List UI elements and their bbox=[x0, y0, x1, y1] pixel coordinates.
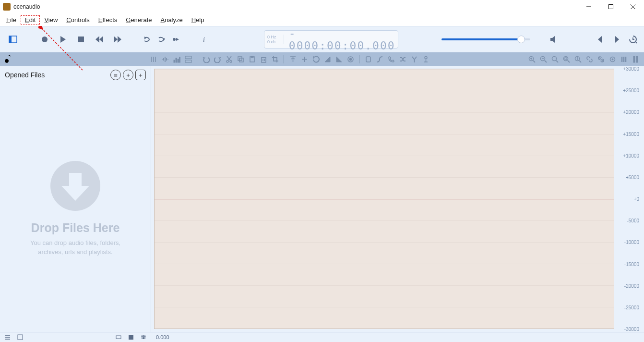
gain-icon[interactable] bbox=[345, 53, 356, 65]
download-arrow-icon bbox=[49, 159, 102, 212]
ruler-label: -20000 bbox=[624, 283, 639, 288]
revert-icon[interactable] bbox=[310, 53, 322, 65]
svg-rect-3 bbox=[9, 36, 12, 43]
svg-point-14 bbox=[227, 61, 228, 62]
svg-rect-23 bbox=[366, 57, 370, 62]
align-center-icon[interactable] bbox=[298, 53, 310, 65]
svg-rect-17 bbox=[239, 58, 243, 62]
menu-help[interactable]: Help bbox=[187, 15, 209, 24]
zoom-vertical-icon[interactable] bbox=[572, 53, 584, 65]
close-button[interactable] bbox=[622, 0, 644, 13]
play-button[interactable] bbox=[54, 30, 72, 49]
zoom-selection-icon[interactable] bbox=[549, 53, 561, 65]
svg-rect-19 bbox=[251, 56, 253, 58]
unlink-icon[interactable] bbox=[595, 53, 607, 65]
undo-button[interactable] bbox=[200, 53, 212, 65]
zoom-fit-icon[interactable] bbox=[561, 53, 572, 65]
sidebar-add-button[interactable]: + bbox=[123, 70, 133, 80]
cut-button[interactable] bbox=[223, 53, 235, 65]
svg-point-41 bbox=[144, 336, 146, 338]
svg-point-27 bbox=[552, 56, 556, 61]
mixed-view-icon[interactable] bbox=[182, 53, 194, 65]
sidebar-new-button[interactable]: + bbox=[135, 70, 146, 80]
svg-rect-9 bbox=[176, 58, 177, 62]
menubar: FileEditViewControlsEffectsGenerateAnaly… bbox=[0, 13, 644, 26]
shuffle-icon[interactable] bbox=[397, 53, 408, 65]
time-display: 0 Hz 0 ch - 0000:00:00.000 bbox=[264, 30, 398, 49]
svg-point-40 bbox=[143, 338, 144, 339]
follow-playback-button[interactable] bbox=[169, 30, 183, 49]
history-back-button[interactable] bbox=[593, 30, 608, 49]
svg-point-15 bbox=[230, 61, 232, 62]
maximize-button[interactable] bbox=[600, 0, 622, 13]
paste-button[interactable] bbox=[246, 53, 258, 65]
menu-analyze[interactable]: Analyze bbox=[156, 15, 187, 24]
svg-rect-34 bbox=[636, 56, 638, 62]
grip-icon[interactable] bbox=[148, 53, 159, 65]
drop-subtext: You can drop audio files, folders, archi… bbox=[25, 239, 126, 256]
stop-button[interactable] bbox=[72, 30, 90, 49]
spectrogram-icon[interactable] bbox=[171, 53, 182, 65]
collapse-button[interactable] bbox=[113, 332, 124, 342]
svg-point-22 bbox=[349, 58, 352, 61]
menu-file[interactable]: File bbox=[2, 15, 21, 24]
expand-button[interactable] bbox=[125, 332, 137, 342]
sample-rate-label: 0 Hz bbox=[267, 35, 281, 39]
menu-edit[interactable]: Edit bbox=[21, 15, 40, 24]
loop-region-button[interactable] bbox=[155, 30, 169, 49]
menu-generate[interactable]: Generate bbox=[121, 15, 156, 24]
marker-icon[interactable] bbox=[362, 53, 374, 65]
menu-controls[interactable]: Controls bbox=[62, 15, 94, 24]
loop-button[interactable] bbox=[140, 30, 155, 49]
waveform-icon[interactable] bbox=[159, 53, 171, 65]
menu-view[interactable]: View bbox=[40, 15, 62, 24]
history-menu-button[interactable] bbox=[626, 30, 640, 49]
delete-button[interactable] bbox=[258, 53, 269, 65]
history-forward-button[interactable] bbox=[609, 30, 624, 49]
svg-point-39 bbox=[142, 336, 143, 337]
waveform-canvas[interactable] bbox=[154, 69, 614, 329]
zoom-out-icon[interactable] bbox=[537, 53, 549, 65]
svg-rect-10 bbox=[178, 59, 179, 62]
meter-icon[interactable] bbox=[630, 53, 641, 65]
settings-button[interactable] bbox=[138, 332, 149, 342]
svg-rect-12 bbox=[185, 56, 191, 59]
status-bar: 0.000 bbox=[0, 332, 644, 342]
ruler-label: +0 bbox=[634, 196, 639, 202]
forward-button[interactable] bbox=[108, 30, 127, 49]
record-button[interactable] bbox=[36, 30, 54, 49]
extract-icon[interactable] bbox=[420, 53, 431, 65]
timecode: - 0000:00:00.000 bbox=[284, 27, 398, 52]
svg-point-6 bbox=[173, 38, 176, 41]
sidebar-toggle-button[interactable] bbox=[4, 30, 22, 49]
link-icon[interactable] bbox=[584, 53, 595, 65]
ruler-label: -5000 bbox=[627, 218, 639, 223]
zoom-in-icon[interactable] bbox=[526, 53, 537, 65]
minimize-button[interactable] bbox=[578, 0, 600, 13]
levels-icon[interactable] bbox=[618, 53, 630, 65]
rewind-button[interactable] bbox=[90, 30, 108, 49]
speaker-icon[interactable] bbox=[545, 30, 563, 49]
info-button[interactable]: i bbox=[197, 30, 211, 49]
list-view-button[interactable] bbox=[2, 332, 13, 342]
curve-icon[interactable] bbox=[374, 53, 385, 65]
detail-view-button[interactable] bbox=[14, 332, 26, 342]
crop-button[interactable] bbox=[269, 53, 281, 65]
volume-slider[interactable] bbox=[441, 34, 530, 45]
drop-zone[interactable]: Drop Files Here You can drop audio files… bbox=[0, 84, 151, 332]
target-icon[interactable] bbox=[607, 53, 618, 65]
copy-button[interactable] bbox=[235, 53, 246, 65]
fork-icon[interactable] bbox=[408, 53, 420, 65]
svg-point-32 bbox=[612, 59, 613, 60]
fade-in-icon[interactable] bbox=[322, 53, 333, 65]
redo-button[interactable] bbox=[212, 53, 223, 65]
align-top-icon[interactable] bbox=[287, 53, 298, 65]
phone-icon[interactable] bbox=[385, 53, 397, 65]
svg-text:i: i bbox=[203, 36, 205, 43]
transport-toolbar: i 0 Hz 0 ch - 0000:00:00.000 bbox=[0, 26, 644, 52]
sidebar-sort-button[interactable]: ≡ bbox=[110, 70, 121, 80]
amplitude-ruler: +30000+25000+20000+15000+10000+5000+0-50… bbox=[614, 69, 641, 329]
fade-out-icon[interactable] bbox=[333, 53, 345, 65]
menu-effects[interactable]: Effects bbox=[94, 15, 122, 24]
ruler-label: +20000 bbox=[623, 110, 639, 115]
